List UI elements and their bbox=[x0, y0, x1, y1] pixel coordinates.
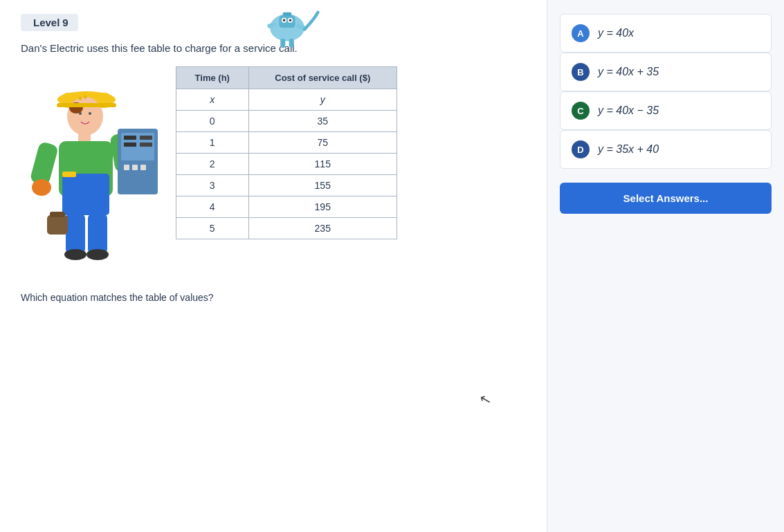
option-text-c: y = 40x − 35 bbox=[598, 104, 659, 117]
electrician-illustration bbox=[21, 66, 159, 281]
col1-header: Time (h) bbox=[176, 67, 249, 89]
option-circle-b: B bbox=[572, 63, 590, 81]
svg-rect-6 bbox=[280, 39, 285, 47]
svg-rect-30 bbox=[140, 143, 152, 147]
table-row: 4 bbox=[176, 196, 249, 218]
svg-point-16 bbox=[89, 112, 91, 115]
right-panel: Ay = 40xBy = 40x + 35Cy = 40x − 35Dy = 3… bbox=[547, 0, 784, 532]
svg-rect-27 bbox=[124, 136, 136, 140]
table-row: 115 bbox=[248, 154, 396, 175]
svg-rect-17 bbox=[78, 133, 91, 143]
svg-point-43 bbox=[84, 95, 87, 99]
svg-rect-41 bbox=[57, 103, 116, 107]
table-row: 35 bbox=[248, 111, 396, 132]
table-row: 155 bbox=[248, 175, 396, 196]
table-row: 2 bbox=[176, 154, 249, 175]
svg-rect-20 bbox=[29, 141, 59, 186]
level-label: Level bbox=[33, 17, 60, 28]
svg-rect-33 bbox=[140, 165, 146, 170]
table-row: 235 bbox=[248, 218, 396, 239]
table-row: 3 bbox=[176, 175, 249, 196]
svg-rect-34 bbox=[66, 213, 85, 255]
svg-point-21 bbox=[32, 179, 51, 196]
svg-point-13 bbox=[67, 97, 103, 136]
fee-table: Time (h) Cost of service call ($) x y 03… bbox=[176, 66, 397, 239]
svg-rect-28 bbox=[124, 143, 136, 147]
left-panel: Level 9 Dan's Electric uses this fee tab… bbox=[0, 0, 547, 532]
option-circle-a: A bbox=[572, 24, 590, 42]
svg-rect-29 bbox=[140, 136, 152, 140]
answer-option-d[interactable]: Dy = 35x + 40 bbox=[560, 130, 772, 169]
select-answers-button[interactable]: Select Answers... bbox=[560, 183, 772, 214]
answer-option-a[interactable]: Ay = 40x bbox=[560, 14, 772, 53]
table-row: 1 bbox=[176, 132, 249, 154]
option-text-d: y = 35x + 40 bbox=[598, 143, 659, 156]
cursor-icon: ↖ bbox=[477, 389, 493, 409]
option-circle-c: C bbox=[572, 102, 590, 120]
table-row: 195 bbox=[248, 196, 396, 218]
table-row: 0 bbox=[176, 111, 249, 132]
answer-option-c[interactable]: Cy = 40x − 35 bbox=[560, 91, 772, 130]
table-row: 5 bbox=[176, 218, 249, 239]
table-row: 75 bbox=[248, 132, 396, 154]
col1-sub: x bbox=[176, 89, 249, 111]
svg-rect-19 bbox=[62, 174, 109, 215]
answer-option-b[interactable]: By = 40x + 35 bbox=[560, 53, 772, 91]
robot-illustration bbox=[249, 0, 332, 62]
level-badge: Level 9 bbox=[21, 14, 78, 31]
svg-rect-35 bbox=[88, 213, 107, 255]
svg-point-36 bbox=[64, 249, 86, 260]
col2-header: Cost of service call ($) bbox=[248, 67, 396, 89]
svg-rect-31 bbox=[124, 165, 129, 170]
option-text-a: y = 40x bbox=[598, 27, 634, 39]
svg-point-37 bbox=[86, 249, 109, 260]
svg-rect-39 bbox=[50, 212, 65, 217]
svg-rect-38 bbox=[47, 215, 68, 235]
svg-point-5 bbox=[289, 19, 292, 22]
answers-container: Ay = 40xBy = 40x + 35Cy = 40x − 35Dy = 3… bbox=[560, 14, 772, 169]
svg-point-4 bbox=[283, 19, 286, 22]
svg-rect-10 bbox=[283, 12, 291, 16]
svg-point-42 bbox=[79, 97, 82, 100]
bottom-question: Which equation matches the table of valu… bbox=[21, 292, 526, 303]
option-text-b: y = 40x + 35 bbox=[598, 66, 659, 78]
svg-point-15 bbox=[79, 112, 82, 115]
svg-rect-7 bbox=[289, 39, 294, 47]
col2-sub: y bbox=[248, 89, 396, 111]
level-number: 9 bbox=[62, 17, 68, 28]
svg-rect-40 bbox=[62, 172, 76, 177]
svg-rect-1 bbox=[279, 15, 295, 28]
content-area: Time (h) Cost of service call ($) x y 03… bbox=[21, 66, 526, 281]
svg-rect-32 bbox=[132, 165, 138, 170]
option-circle-d: D bbox=[572, 140, 590, 158]
table-section: Time (h) Cost of service call ($) x y 03… bbox=[176, 66, 526, 239]
